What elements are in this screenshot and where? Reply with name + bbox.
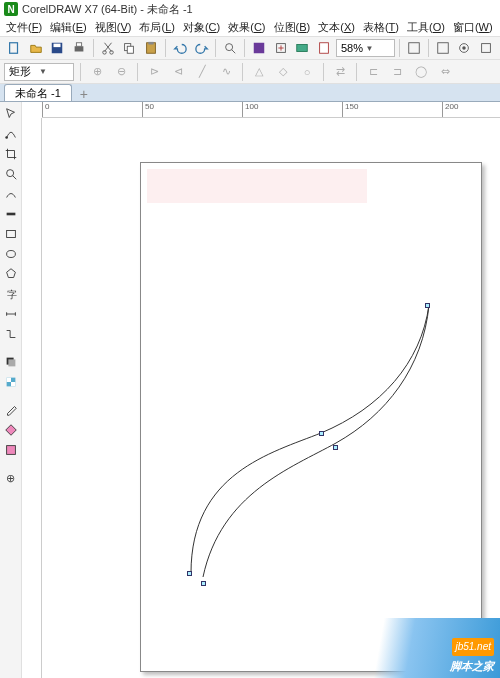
shape-dropdown[interactable]: 矩形 ▼: [4, 63, 74, 81]
document-tabs: 未命名 -1 +: [0, 84, 500, 102]
join-nodes-button[interactable]: ⊳: [144, 62, 164, 82]
delete-node-button[interactable]: ⊖: [111, 62, 131, 82]
new-button[interactable]: [4, 38, 24, 58]
connector-tool[interactable]: [1, 324, 21, 344]
chevron-down-icon: ▼: [366, 44, 391, 53]
menu-file[interactable]: 文件(F): [6, 20, 42, 35]
menu-bitmap[interactable]: 位图(B): [274, 20, 311, 35]
toolbar-separator: [242, 63, 243, 81]
highlight-region: [147, 169, 367, 203]
zoom-dropdown[interactable]: 58% ▼: [336, 39, 395, 57]
menu-window[interactable]: 窗口(W): [453, 20, 493, 35]
export-button[interactable]: [271, 38, 291, 58]
svg-rect-0: [9, 43, 17, 54]
menu-tools[interactable]: 工具(O): [407, 20, 445, 35]
paste-button[interactable]: [141, 38, 161, 58]
curve-node[interactable]: [187, 571, 192, 576]
redo-button[interactable]: [192, 38, 212, 58]
smart-fill-tool[interactable]: [1, 440, 21, 460]
launch-button[interactable]: [455, 38, 475, 58]
publish-button[interactable]: [293, 38, 313, 58]
fill-tool[interactable]: [1, 420, 21, 440]
menu-text[interactable]: 文本(X): [318, 20, 355, 35]
print-button[interactable]: [69, 38, 89, 58]
ruler-tick: 50: [142, 102, 154, 117]
svg-text:字: 字: [6, 289, 16, 300]
zoom-tool[interactable]: [1, 164, 21, 184]
extract-button[interactable]: ⊐: [387, 62, 407, 82]
drop-shadow-tool[interactable]: [1, 352, 21, 372]
symmetric-node-button[interactable]: ○: [297, 62, 317, 82]
close-curve-button[interactable]: ◯: [411, 62, 431, 82]
rectangle-tool[interactable]: [1, 224, 21, 244]
menu-bar: 文件(F) 编辑(E) 视图(V) 布局(L) 对象(C) 效果(C) 位图(B…: [0, 18, 500, 36]
to-curve-button[interactable]: ∿: [216, 62, 236, 82]
shape-tool[interactable]: [1, 124, 21, 144]
toolbar-separator: [356, 63, 357, 81]
svg-rect-31: [6, 446, 15, 455]
import-button[interactable]: [249, 38, 269, 58]
transparency-tool[interactable]: [1, 372, 21, 392]
svg-rect-12: [254, 43, 265, 54]
copy-button[interactable]: [120, 38, 140, 58]
svg-rect-20: [482, 44, 491, 53]
stretch-button[interactable]: ⇔: [435, 62, 455, 82]
menu-effect[interactable]: 效果(C): [228, 20, 265, 35]
polygon-tool[interactable]: [1, 264, 21, 284]
curve-node[interactable]: [201, 581, 206, 586]
menu-view[interactable]: 视图(V): [95, 20, 132, 35]
pick-tool[interactable]: [1, 104, 21, 124]
tab-label: 未命名 -1: [15, 86, 61, 101]
page[interactable]: [140, 162, 482, 672]
svg-rect-30: [11, 382, 15, 386]
svg-rect-10: [149, 42, 154, 45]
crop-tool[interactable]: [1, 144, 21, 164]
snap-button[interactable]: [404, 38, 424, 58]
svg-point-11: [226, 44, 233, 51]
ruler-tick: 150: [342, 102, 358, 117]
add-tab-button[interactable]: +: [76, 87, 92, 101]
search-button[interactable]: [220, 38, 240, 58]
menu-layout[interactable]: 布局(L): [139, 20, 174, 35]
curve-node[interactable]: [319, 431, 324, 436]
freehand-tool[interactable]: [1, 184, 21, 204]
curve-object[interactable]: [161, 293, 461, 593]
toolbar-separator: [399, 39, 400, 57]
extend-button[interactable]: ⊏: [363, 62, 383, 82]
eyedropper-tool[interactable]: [1, 400, 21, 420]
svg-rect-2: [54, 44, 61, 48]
curve-node[interactable]: [333, 445, 338, 450]
add-node-button[interactable]: ⊕: [87, 62, 107, 82]
artistic-media-tool[interactable]: [1, 204, 21, 224]
ellipse-tool[interactable]: [1, 244, 21, 264]
menu-object[interactable]: 对象(C): [183, 20, 220, 35]
expand-toolbox-button[interactable]: ⊕: [1, 468, 21, 488]
save-button[interactable]: [47, 38, 67, 58]
to-line-button[interactable]: ╱: [192, 62, 212, 82]
reverse-button[interactable]: ⇄: [330, 62, 350, 82]
watermark-site: jb51.net: [452, 638, 494, 656]
options-button[interactable]: [433, 38, 453, 58]
cusp-node-button[interactable]: △: [249, 62, 269, 82]
svg-rect-16: [409, 43, 420, 54]
text-tool[interactable]: 字: [1, 284, 21, 304]
svg-point-22: [6, 170, 13, 177]
publish-pdf-button[interactable]: [314, 38, 334, 58]
menu-table[interactable]: 表格(T): [363, 20, 399, 35]
document-tab[interactable]: 未命名 -1: [4, 84, 72, 101]
workspace: 字 ⊕ 0 50 100 150 200: [0, 102, 500, 678]
open-button[interactable]: [26, 38, 46, 58]
cut-button[interactable]: [98, 38, 118, 58]
smooth-node-button[interactable]: ◇: [273, 62, 293, 82]
canvas-area[interactable]: 0 50 100 150 200: [22, 102, 500, 678]
break-node-button[interactable]: ⊲: [168, 62, 188, 82]
menu-edit[interactable]: 编辑(E): [50, 20, 87, 35]
parallel-dim-tool[interactable]: [1, 304, 21, 324]
toolbox: 字 ⊕: [0, 102, 22, 678]
help-button[interactable]: [476, 38, 496, 58]
svg-rect-23: [6, 231, 15, 238]
curve-node[interactable]: [425, 303, 430, 308]
undo-button[interactable]: [170, 38, 190, 58]
ruler-vertical: [22, 118, 42, 678]
zoom-value: 58%: [341, 42, 366, 54]
